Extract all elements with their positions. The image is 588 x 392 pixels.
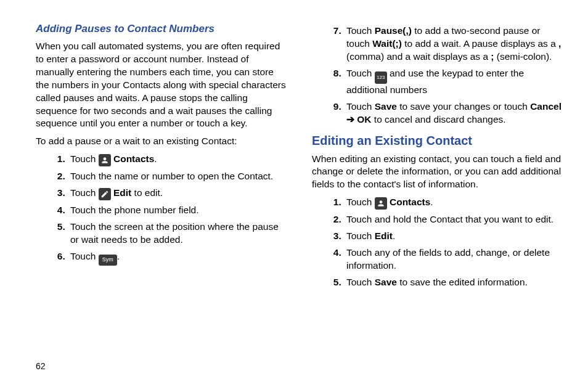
step-text: Touch (346, 197, 375, 207)
step-text: Touch (346, 277, 375, 287)
step-3: Touch Edit to edit. (68, 187, 287, 200)
page-number: 62 (36, 361, 46, 371)
steps-list-right-cont: Touch Pause(,) to add a two-second pause… (312, 25, 563, 126)
contacts-icon (99, 154, 111, 166)
comma-label: , (558, 38, 561, 49)
step-1: Touch Contacts. (68, 153, 287, 166)
section-heading-pauses: Adding Pauses to Contact Numbers (36, 22, 287, 36)
step-7: Touch Pause(,) to add a two-second pause… (344, 25, 563, 63)
numpad-icon: 123 (375, 71, 387, 84)
steps-list-left: Touch Contacts. Touch the name or number… (36, 153, 287, 265)
step-text: (semi-colon). (494, 51, 552, 62)
right-column: Touch Pause(,) to add a two-second pause… (312, 22, 563, 392)
edit-step-2: Touch and hold the Contact that you want… (344, 213, 563, 226)
contacts-icon (375, 197, 387, 210)
edit-label: Edit (375, 231, 393, 241)
section-heading-editing: Editing an Existing Contact (312, 133, 563, 149)
save-label: Save (375, 277, 397, 287)
save-label: Save (375, 101, 397, 112)
step-text: Touch (346, 231, 375, 241)
arrow-icon: ➔ (346, 114, 357, 125)
contacts-label: Contacts (111, 153, 155, 164)
intro-paragraph-2: When editing an existing contact, you ca… (312, 153, 563, 192)
step-text: (comma) and a wait displays as a (346, 51, 491, 62)
step-text: to edit. (131, 187, 163, 198)
edit-step-4: Touch any of the fields to add, change, … (344, 247, 563, 272)
step-6: Touch Sym. (68, 250, 287, 266)
step-9: Touch Save to save your changes or touch… (344, 100, 563, 126)
step-text: to save your changes or touch (397, 101, 530, 112)
step-text: to add a wait. A pause displays as a (402, 38, 558, 49)
step-text: Touch (70, 187, 99, 198)
intro-paragraph: When you call automated systems, you are… (36, 40, 287, 130)
step-text: Touch (70, 251, 99, 261)
step-text: Touch (346, 101, 375, 112)
steps-list-editing: Touch Contacts. Touch and hold the Conta… (312, 196, 563, 289)
step-text: Touch (70, 153, 99, 164)
step-text: to cancel and discard changes. (372, 114, 506, 125)
pencil-icon (99, 188, 111, 200)
edit-step-3: Touch Edit. (344, 230, 563, 243)
edit-step-1: Touch Contacts. (344, 196, 563, 210)
cancel-label: Cancel (530, 101, 561, 112)
step-4: Touch the phone number field. (68, 204, 287, 217)
contacts-label: Contacts (387, 197, 431, 207)
step-text: to save the edited information. (397, 277, 528, 287)
ok-label: OK (357, 114, 371, 125)
step-text: . (430, 197, 433, 207)
edit-label: Edit (111, 187, 132, 198)
step-8: Touch 123 and use the keypad to enter th… (344, 67, 563, 97)
wait-label: Wait(;) (372, 38, 402, 49)
step-text: . (117, 251, 120, 261)
step-text: Touch (346, 68, 375, 78)
left-column: Adding Pauses to Contact Numbers When yo… (36, 22, 287, 392)
step-text: . (393, 231, 395, 241)
step-text: Touch (346, 25, 375, 36)
pause-label: Pause(,) (375, 25, 412, 36)
manual-page: Adding Pauses to Contact Numbers When yo… (0, 0, 588, 392)
step-text: . (154, 153, 157, 164)
edit-step-5: Touch Save to save the edited informatio… (344, 276, 563, 289)
step-5: Touch the screen at the position where t… (68, 221, 287, 247)
lead-paragraph: To add a pause or a wait to an existing … (36, 135, 287, 148)
sym-key-icon: Sym (99, 255, 117, 266)
step-2: Touch the name or number to open the Con… (68, 170, 287, 183)
